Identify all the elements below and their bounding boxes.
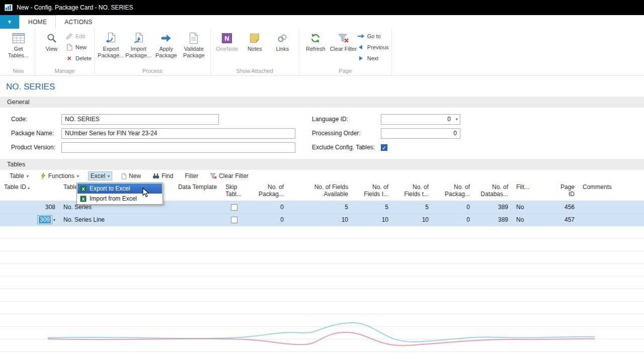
code-label: Code: [11, 116, 61, 123]
cell-filtered: No [512, 214, 551, 226]
cell-comments [579, 214, 644, 226]
ribbon-group-label-manage: Manage [38, 67, 92, 75]
menu-item-export-to-excel[interactable]: X Export to Excel [77, 184, 162, 194]
column-header-fields-included[interactable]: No. of Fields I... [352, 182, 392, 201]
column-header-no-of-package[interactable]: No. of Packag... [247, 182, 288, 201]
get-tables-label: Get Tables... [5, 46, 32, 59]
edit-button[interactable]: Edit [65, 32, 92, 40]
column-header-filtered[interactable]: Filt... [512, 182, 551, 201]
new-label: New [75, 44, 87, 50]
import-package-icon [133, 31, 144, 46]
menu-item-import-from-excel[interactable]: X Import from Excel [77, 194, 162, 204]
column-header-data-template[interactable]: Data Template [174, 182, 221, 201]
delete-icon: × [65, 55, 73, 62]
delete-button[interactable]: × Delete [65, 54, 92, 62]
cell-fields-included: 10 [352, 214, 392, 226]
table-row[interactable]: 309 ▾ No. Series Line 0 10 10 10 0 389 N… [0, 214, 644, 226]
ribbon-group-label-page: Page [302, 67, 389, 75]
table-id-editor[interactable]: 309 ▾ [37, 215, 55, 224]
cell-page-id: 457 [551, 214, 579, 226]
refresh-icon [309, 31, 321, 46]
product-version-label: Product Version: [11, 144, 61, 151]
column-header-database-records[interactable]: No. of Databas... [474, 182, 512, 201]
apply-package-button[interactable]: Apply Package [152, 29, 180, 59]
table-id-selected-text: 309 [39, 216, 51, 223]
cell-fields-included: 5 [352, 201, 392, 213]
grid-filter-button[interactable]: Filter [182, 171, 201, 180]
clear-filter-button[interactable]: Clear Filter [330, 29, 357, 52]
exclude-config-tables-checkbox[interactable]: ✓ [381, 144, 387, 151]
notes-button[interactable]: Notes [241, 29, 269, 52]
column-header-comments[interactable]: Comments [579, 182, 644, 201]
column-header-table-id[interactable]: Table ID▴ [0, 182, 59, 201]
new-button[interactable]: New [65, 43, 92, 51]
column-header-package-records[interactable]: No. of Packag... [433, 182, 474, 201]
skip-table-checkbox[interactable] [231, 204, 237, 211]
functions-menu-button[interactable]: Functions▾ [38, 171, 82, 180]
cell-fields-to: 10 [392, 214, 433, 226]
get-tables-button[interactable]: Get Tables... [5, 29, 32, 59]
clear-filter-icon [210, 173, 217, 179]
processing-order-input[interactable] [381, 128, 460, 139]
grid-find-button[interactable]: Find [150, 171, 176, 180]
sort-ascending-icon: ▴ [28, 186, 30, 190]
excel-icon: X [80, 196, 87, 202]
cell-table-name: No. Series Line [59, 214, 174, 226]
cell-data-template [174, 201, 221, 213]
edit-icon [65, 33, 73, 40]
cell-fields-available: 5 [288, 201, 352, 213]
grid-clear-filter-button[interactable]: Clear Filter [207, 171, 251, 180]
cell-no-of-package: 0 [247, 201, 288, 213]
import-package-label: Import Package... [125, 46, 152, 59]
get-tables-icon [12, 31, 25, 46]
previous-button[interactable]: Previous [357, 43, 389, 51]
tab-home[interactable]: HOME [19, 15, 56, 29]
chevron-down-icon[interactable]: ▾ [455, 117, 458, 122]
validate-package-button[interactable]: Validate Package [180, 29, 208, 59]
tab-actions[interactable]: ACTIONS [56, 15, 101, 29]
cell-package-records: 0 [433, 214, 474, 226]
general-section-header[interactable]: General [0, 97, 644, 108]
column-header-page-id[interactable]: Page ID [551, 182, 579, 201]
language-id-combobox[interactable]: ▾ [381, 114, 460, 125]
import-package-button[interactable]: Import Package... [125, 29, 152, 59]
language-id-input[interactable] [381, 114, 460, 125]
table-menu-button[interactable]: Table▾ [7, 171, 31, 180]
refresh-button[interactable]: Refresh [302, 29, 330, 52]
code-input[interactable] [61, 114, 219, 125]
view-icon [46, 31, 57, 46]
new-document-icon [121, 173, 127, 179]
links-button[interactable]: Links [269, 29, 296, 52]
next-button[interactable]: Next [357, 54, 389, 62]
goto-button[interactable]: Go to [357, 32, 389, 40]
cell-database-records: 389 [474, 201, 512, 213]
excel-icon: X [80, 186, 87, 192]
ribbon-tabstrip: ▼ HOME ACTIONS [0, 15, 644, 29]
view-button[interactable]: View [38, 29, 65, 52]
column-header-skip-table[interactable]: Skip Tabl... [221, 182, 247, 201]
column-header-fields-available[interactable]: No. of Fields Available [288, 182, 352, 201]
onenote-label: OneNote [216, 46, 238, 52]
notes-icon [250, 31, 260, 46]
ribbon-group-page: Refresh Clear Filter Go to [299, 29, 392, 75]
svg-text:X: X [82, 187, 85, 192]
onenote-icon: N [221, 31, 232, 46]
cell-skip-table [221, 201, 247, 213]
package-name-input[interactable] [61, 128, 295, 139]
app-menu-button[interactable]: ▼ [0, 15, 19, 29]
grid-new-button[interactable]: New [119, 171, 143, 180]
product-version-input[interactable] [61, 142, 295, 153]
ribbon-group-new: Get Tables... New [2, 29, 35, 75]
skip-table-checkbox[interactable] [231, 217, 237, 223]
package-name-label: Package Name: [11, 130, 61, 137]
onenote-button[interactable]: N OneNote [213, 29, 241, 52]
export-package-button[interactable]: Export Package... [97, 29, 125, 59]
ribbon-group-process: Export Package... Import Package... Appl… [95, 29, 211, 75]
excel-menu-button[interactable]: Excel▾ [88, 171, 112, 180]
tables-section-header[interactable]: Tables [0, 159, 644, 170]
chevron-down-icon[interactable]: ▾ [53, 218, 55, 222]
goto-label: Go to [367, 33, 381, 39]
processing-order-label: Processing Order: [312, 130, 381, 137]
column-header-fields-to[interactable]: No. of Fields t... [392, 182, 433, 201]
grid-find-label: Find [162, 172, 173, 179]
